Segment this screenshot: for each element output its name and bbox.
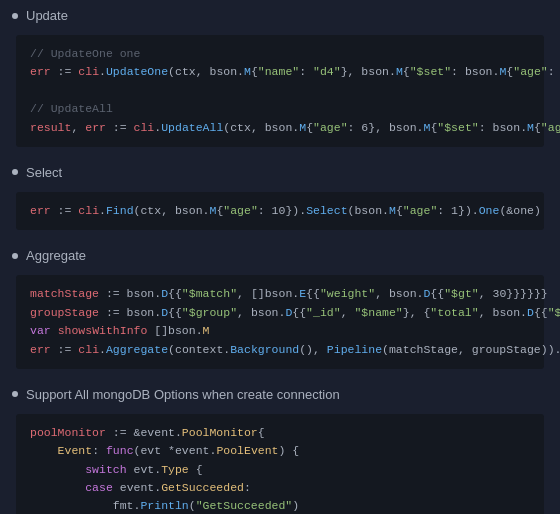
section-title-update: Update bbox=[26, 8, 68, 23]
code-line: result, err := cli.UpdateAll(ctx, bson.M… bbox=[30, 119, 530, 137]
code-block-aggregate-code: matchStage := bson.D{{"$match", []bson.E… bbox=[16, 275, 544, 369]
section-header-support: Support All mongoDB Options when create … bbox=[0, 379, 560, 410]
bullet-aggregate bbox=[12, 253, 18, 259]
code-line: err := cli.Aggregate(context.Background(… bbox=[30, 341, 530, 359]
code-block-select-code: err := cli.Find(ctx, bson.M{"age": 10}).… bbox=[16, 192, 544, 230]
section-title-aggregate: Aggregate bbox=[26, 248, 86, 263]
section-support: Support All mongoDB Options when create … bbox=[0, 379, 560, 514]
code-line: case event.GetSucceeded: bbox=[30, 479, 530, 497]
section-aggregate: AggregatematchStage := bson.D{{"$match",… bbox=[0, 240, 560, 369]
section-header-select: Select bbox=[0, 157, 560, 188]
code-line: fmt.Println("GetSucceeded") bbox=[30, 497, 530, 514]
code-line: err := cli.UpdateOne(ctx, bson.M{"name":… bbox=[30, 63, 530, 81]
section-update: Update// UpdateOne oneerr := cli.UpdateO… bbox=[0, 0, 560, 147]
code-block-support-code: poolMonitor := &event.PoolMonitor{ Event… bbox=[16, 414, 544, 514]
code-line: switch evt.Type { bbox=[30, 461, 530, 479]
code-line: matchStage := bson.D{{"$match", []bson.E… bbox=[30, 285, 530, 303]
section-title-select: Select bbox=[26, 165, 62, 180]
section-select: Selecterr := cli.Find(ctx, bson.M{"age":… bbox=[0, 157, 560, 230]
code-line: err := cli.Find(ctx, bson.M{"age": 10}).… bbox=[30, 202, 530, 220]
section-header-aggregate: Aggregate bbox=[0, 240, 560, 271]
bullet-select bbox=[12, 169, 18, 175]
code-line: var showsWithInfo []bson.M bbox=[30, 322, 530, 340]
code-block-update-code: // UpdateOne oneerr := cli.UpdateOne(ctx… bbox=[16, 35, 544, 147]
section-title-support: Support All mongoDB Options when create … bbox=[26, 387, 340, 402]
code-line: // UpdateOne one bbox=[30, 45, 530, 63]
section-header-update: Update bbox=[0, 0, 560, 31]
code-line: poolMonitor := &event.PoolMonitor{ bbox=[30, 424, 530, 442]
bullet-update bbox=[12, 13, 18, 19]
code-line: // UpdateAll bbox=[30, 100, 530, 118]
code-line: groupStage := bson.D{{"$group", bson.D{{… bbox=[30, 304, 530, 322]
bullet-support bbox=[12, 391, 18, 397]
code-line: Event: func(evt *event.PoolEvent) { bbox=[30, 442, 530, 460]
code-line bbox=[30, 82, 530, 100]
page-container: Update// UpdateOne oneerr := cli.UpdateO… bbox=[0, 0, 560, 514]
